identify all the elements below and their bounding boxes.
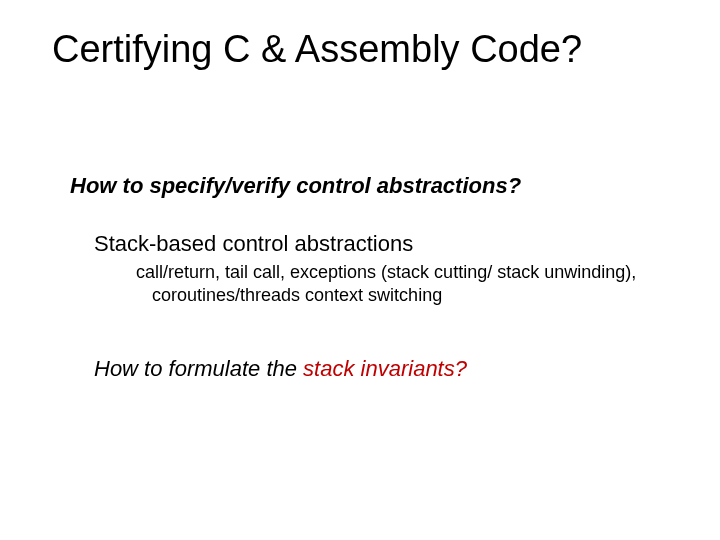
slide-subtitle: How to specify/verify control abstractio… [70,173,680,199]
slide-title: Certifying C & Assembly Code? [52,28,680,71]
question-prefix: How to formulate the [94,356,303,381]
bullet-detail: call/return, tail call, exceptions (stac… [136,261,680,306]
slide-question: How to formulate the stack invariants? [94,356,680,382]
bullet-point: Stack-based control abstractions [94,231,680,257]
slide: Certifying C & Assembly Code? How to spe… [0,0,720,540]
question-highlight: stack invariants [303,356,455,381]
question-suffix: ? [455,356,467,381]
